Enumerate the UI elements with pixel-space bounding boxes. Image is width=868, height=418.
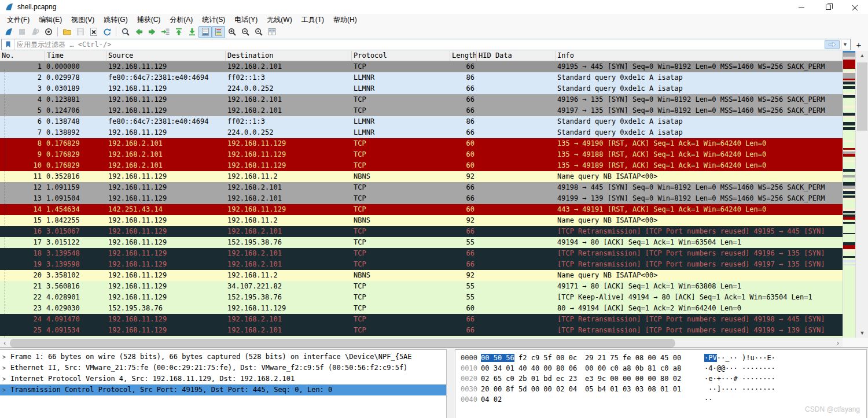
- display-filter-input[interactable]: [14, 40, 825, 49]
- menu-item[interactable]: 电话(Y): [230, 14, 262, 26]
- resize-columns-button[interactable]: [265, 26, 278, 38]
- ascii-column[interactable]: ·e·+···# ········: [704, 373, 775, 384]
- capture-restart-button[interactable]: [28, 26, 42, 38]
- reload-button[interactable]: [100, 26, 113, 38]
- ascii-column[interactable]: ··: [704, 394, 712, 405]
- packet-row[interactable]: 7 0.138892 192.168.11.129 224.0.0.252 LL…: [0, 127, 843, 138]
- go-first-button[interactable]: [172, 26, 185, 38]
- packet-row[interactable]: 17 3.015122 192.168.11.129 152.195.38.76…: [0, 237, 843, 248]
- packet-row[interactable]: 23 4.029030 152.195.38.76 192.168.11.129…: [0, 303, 843, 314]
- capture-stop-button[interactable]: [15, 26, 28, 38]
- close-button[interactable]: [841, 0, 868, 14]
- detail-tree-row[interactable]: >Internet Protocol Version 4, Src: 192.1…: [0, 373, 446, 384]
- packet-row[interactable]: 11 0.352816 192.168.11.129 192.168.11.2 …: [0, 171, 843, 182]
- packet-row[interactable]: 25 4.091534 192.168.11.129 192.168.2.101…: [0, 325, 843, 336]
- apply-filter-button[interactable]: [825, 40, 840, 49]
- packet-minimap[interactable]: [843, 51, 855, 338]
- packet-row[interactable]: 8 0.176829 192.168.2.101 192.168.11.129 …: [0, 138, 843, 149]
- column-header[interactable]: No.: [0, 51, 45, 61]
- filter-dropdown-caret[interactable]: ▼: [841, 40, 849, 49]
- go-forward-button[interactable]: [145, 26, 159, 38]
- minimize-button[interactable]: [788, 0, 815, 14]
- maximize-button[interactable]: [815, 0, 841, 14]
- colorize-button[interactable]: [212, 26, 225, 38]
- packet-row[interactable]: 24 4.091470 192.168.11.129 192.168.2.101…: [0, 314, 843, 325]
- horizontal-scroll-thumb[interactable]: [10, 339, 675, 347]
- hex-bytes-group1[interactable]: 00 50 56 f2 c9 5f 00 0c: [481, 353, 578, 363]
- hex-bytes-group1[interactable]: 20 00 8f 5d 00 00 02 04: [481, 384, 578, 394]
- expander-icon[interactable]: >: [2, 352, 10, 362]
- hex-bytes-group2[interactable]: 29 21 75 fe 08 00 45 00: [585, 353, 682, 363]
- packet-row[interactable]: 5 0.124706 192.168.11.129 192.168.2.101 …: [0, 105, 843, 116]
- hex-bytes-group1[interactable]: 04 02: [481, 394, 578, 405]
- filter-bookmark-icon[interactable]: [2, 39, 14, 50]
- expander-icon[interactable]: >: [2, 373, 10, 384]
- scroll-right-arrow[interactable]: ›: [833, 338, 843, 348]
- packet-row[interactable]: 12 1.091159 192.168.11.129 192.168.2.101…: [0, 182, 843, 193]
- menu-item[interactable]: 帮助(H): [329, 14, 362, 26]
- hex-dump-row[interactable]: 0000 00 50 56 f2 c9 5f 00 0c 29 21 75 fe…: [455, 353, 866, 363]
- detail-tree-row[interactable]: >Transmission Control Protocol, Src Port…: [0, 384, 446, 395]
- file-open-button[interactable]: [60, 26, 73, 38]
- scroll-down-arrow[interactable]: ▼: [856, 328, 868, 338]
- packet-row[interactable]: 3 0.030189 192.168.11.129 224.0.0.252 LL…: [0, 83, 843, 94]
- hex-dump-row[interactable]: 0020 02 65 c0 2b 01 bd ec 23 e3 9c 00 00…: [455, 373, 866, 384]
- scroll-left-arrow[interactable]: ‹: [0, 338, 9, 348]
- menu-item[interactable]: 统计(S): [197, 14, 230, 26]
- find-packet-button[interactable]: [119, 26, 132, 38]
- column-header[interactable]: HID Data: [477, 51, 556, 61]
- menu-item[interactable]: 无线(W): [262, 14, 296, 26]
- column-header[interactable]: Time: [45, 51, 106, 61]
- packet-row[interactable]: 13 1.091504 192.168.11.129 192.168.2.101…: [0, 193, 843, 204]
- scroll-up-arrow[interactable]: ▲: [856, 51, 868, 60]
- packet-row[interactable]: 2 0.029978 fe80::64c7:2381:e40:4694 ff02…: [0, 72, 843, 83]
- column-header[interactable]: Source: [106, 51, 226, 61]
- hex-bytes-group2[interactable]: e3 9c 00 00 00 00 80 02: [585, 373, 682, 384]
- packet-row[interactable]: 15 1.842255 192.168.11.129 192.168.11.2 …: [0, 215, 843, 226]
- hex-bytes-group2[interactable]: 05 b4 01 03 03 08 01 01: [585, 384, 682, 394]
- menu-item[interactable]: 编辑(E): [34, 14, 67, 26]
- packet-row[interactable]: 18 3.139548 192.168.11.129 192.168.2.101…: [0, 248, 843, 259]
- expander-icon[interactable]: >: [2, 384, 10, 395]
- column-header[interactable]: Info: [556, 51, 843, 61]
- menu-item[interactable]: 视图(V): [67, 14, 99, 26]
- packet-row[interactable]: 16 3.015067 192.168.11.129 192.168.2.101…: [0, 226, 843, 237]
- hex-dump-row[interactable]: 0040 04 02 ··: [455, 394, 866, 405]
- packet-row[interactable]: 22 4.028901 192.168.11.129 152.195.38.76…: [0, 292, 843, 303]
- packet-row[interactable]: 9 0.176829 192.168.2.101 192.168.11.129 …: [0, 149, 843, 160]
- zoom-in-button[interactable]: [225, 26, 238, 38]
- hex-bytes-group2[interactable]: [585, 394, 682, 405]
- column-header[interactable]: Length: [450, 51, 477, 61]
- hex-dump-row[interactable]: 0010 00 34 01 40 40 00 80 06 00 00 c0 a8…: [455, 363, 866, 373]
- horizontal-scrollbar[interactable]: ‹ ›: [0, 338, 843, 347]
- hex-bytes-group1[interactable]: 00 34 01 40 40 00 80 06: [481, 363, 578, 373]
- menu-item[interactable]: 捕获(C): [133, 14, 165, 26]
- packet-row[interactable]: 4 0.123881 192.168.11.129 192.168.2.101 …: [0, 94, 843, 105]
- hex-dump-row[interactable]: 0030 20 00 8f 5d 00 00 02 04 05 b4 01 03…: [455, 384, 866, 394]
- vertical-scrollbar[interactable]: ▲ ▼: [855, 51, 868, 338]
- detail-tree-row[interactable]: >Frame 1: 66 bytes on wire (528 bits), 6…: [0, 352, 446, 362]
- ascii-column[interactable]: ··]···· ········: [704, 384, 775, 394]
- packet-row[interactable]: 1 0.000000 192.168.11.129 192.168.2.101 …: [0, 61, 843, 72]
- go-back-button[interactable]: [132, 26, 145, 38]
- file-close-button[interactable]: [87, 26, 100, 38]
- menu-item[interactable]: 分析(A): [165, 14, 197, 26]
- packet-row[interactable]: 10 0.176829 192.168.2.101 192.168.11.129…: [0, 160, 843, 171]
- hex-bytes-group2[interactable]: 00 00 c0 a8 0b 81 c0 a8: [585, 363, 682, 373]
- packet-row[interactable]: 20 3.358102 192.168.11.129 192.168.11.2 …: [0, 270, 843, 281]
- file-save-button[interactable]: [73, 26, 87, 38]
- go-to-packet-button[interactable]: [159, 26, 172, 38]
- menu-item[interactable]: 跳转(G): [99, 14, 132, 26]
- auto-scroll-button[interactable]: [198, 26, 212, 38]
- ascii-column[interactable]: ·PV··_·· )!u···E·: [704, 353, 775, 363]
- add-filter-button[interactable]: +: [852, 39, 866, 50]
- expander-icon[interactable]: >: [2, 362, 10, 373]
- column-header[interactable]: Protocol: [352, 51, 450, 61]
- packet-row[interactable]: 6 0.138748 fe80::64c7:2381:e40:4694 ff02…: [0, 116, 843, 127]
- capture-options-button[interactable]: [42, 26, 55, 38]
- packet-row[interactable]: 21 3.560816 192.168.11.129 34.107.221.82…: [0, 281, 843, 292]
- packet-row[interactable]: 14 1.454634 142.251.43.14 192.168.11.129…: [0, 204, 843, 215]
- go-last-button[interactable]: [185, 26, 198, 38]
- hex-bytes-group1[interactable]: 02 65 c0 2b 01 bd ec 23: [481, 373, 578, 384]
- display-filter-field[interactable]: ▼: [1, 39, 851, 50]
